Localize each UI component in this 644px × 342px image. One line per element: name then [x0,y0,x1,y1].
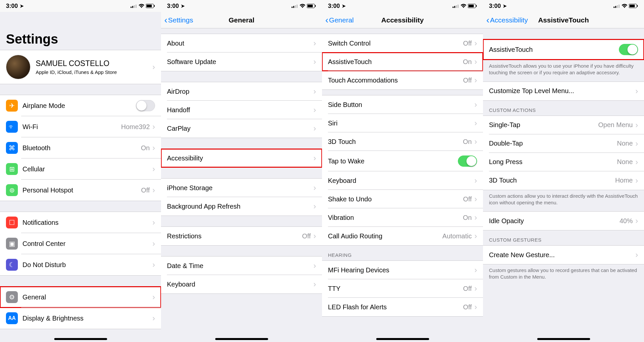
home-indicator[interactable] [54,338,107,340]
row-tty[interactable]: TTYOff› [322,279,483,298]
row-airplane-mode[interactable]: ✈Airplane Mode [0,95,161,116]
row-siri[interactable]: Siri› [322,114,483,132]
row-vibration[interactable]: VibrationOn› [322,208,483,227]
row-control-center[interactable]: ▣Control Center› [0,233,161,254]
status-bar: 3:00➤ [161,0,322,12]
svg-rect-6 [154,5,155,7]
svg-rect-26 [629,5,635,7]
row-value: On [463,138,472,146]
row-date-time[interactable]: Date & Time› [161,256,322,275]
wifi-icon: ᯤ [6,121,18,133]
svg-rect-22 [615,6,616,8]
cellular-icon: ⊞ [6,163,18,175]
toggle[interactable] [619,44,638,55]
row-assistivetouch[interactable]: AssistiveTouch [483,39,644,60]
row-led-flash-for-alerts[interactable]: LED Flash for AlertsOff› [322,298,483,316]
row-switch-control[interactable]: Switch ControlOff› [322,34,483,52]
svg-rect-23 [617,5,618,8]
row-personal-hotspot[interactable]: ⊚Personal HotspotOff› [0,180,161,201]
row-notifications[interactable]: ☐Notifications› [0,212,161,233]
row-value: Open Menu [598,121,633,129]
row-keyboard[interactable]: Keyboard› [161,275,322,293]
svg-rect-13 [315,5,316,7]
row-label: Tap to Wake [328,157,458,165]
chevron-right-icon: › [474,137,477,146]
chevron-right-icon: › [474,119,477,128]
profile-row[interactable]: SAMUEL COSTELLO Apple ID, iCloud, iTunes… [0,50,161,84]
row-idle-opacity[interactable]: Idle Opacity40%› [483,212,644,230]
row-software-update[interactable]: Software Update› [161,52,322,71]
row-double-tap[interactable]: Double-TapNone› [483,134,644,153]
toggle[interactable] [136,100,155,111]
row-label: Wi-Fi [22,123,121,131]
row-keyboard[interactable]: Keyboard› [322,171,483,190]
status-time: 3:00 [167,3,179,10]
row-touch-accommodations[interactable]: Touch AccommodationsOff› [322,71,483,89]
row-label: Single-Tap [489,121,598,129]
row-single-tap[interactable]: Single-TapOpen Menu› [483,116,644,134]
row-restrictions[interactable]: RestrictionsOff› [161,227,322,245]
row-general[interactable]: ⚙General› [0,287,161,308]
row-label: Control Center [22,240,152,248]
chevron-right-icon: › [474,302,477,312]
row-label: Shake to Undo [328,195,463,203]
row-display-brightness[interactable]: AADisplay & Brightness› [0,308,161,329]
row-shake-to-undo[interactable]: Shake to UndoOff› [322,190,483,208]
back-button[interactable]: ‹General [322,16,354,25]
row-label: Vibration [328,214,463,222]
row-bluetooth[interactable]: ⌘BluetoothOn› [0,137,161,158]
row-about[interactable]: About› [161,34,322,52]
profile-sub: Apple ID, iCloud, iTunes & App Store [36,69,152,75]
row-accessibility[interactable]: Accessibility› [161,149,322,167]
row-tap-to-wake[interactable]: Tap to Wake [322,151,483,171]
wifi-icon [300,4,305,8]
bluetooth-icon: ⌘ [6,142,18,154]
svg-rect-3 [136,5,137,8]
location-icon: ➤ [503,3,507,9]
chevron-right-icon: › [474,39,477,48]
row-label: AirDrop [167,88,313,95]
row-mfi-hearing-devices[interactable]: MFi Hearing Devices› [322,261,483,279]
row-background-app-refresh[interactable]: Background App Refresh› [161,197,322,216]
row-carplay[interactable]: CarPlay› [161,119,322,138]
row-handoff[interactable]: Handoff› [161,101,322,119]
row-side-button[interactable]: Side Button› [322,95,483,114]
row-label: Touch Accommodations [328,77,463,84]
home-indicator[interactable] [537,338,590,340]
row-do-not-disturb[interactable]: ☾Do Not Disturb› [0,254,161,275]
home-indicator[interactable] [376,338,429,340]
svg-rect-10 [297,5,298,8]
row-3d-touch[interactable]: 3D TouchOn› [322,132,483,151]
row-value: Automatic [442,232,472,240]
row-value: On [463,214,472,222]
chevron-right-icon: › [313,280,316,289]
chevron-right-icon: › [152,314,155,323]
back-button[interactable]: ‹Accessibility [483,16,528,25]
row-3d-touch[interactable]: 3D TouchHome› [483,171,644,190]
chevron-right-icon: › [152,218,155,227]
row-long-press[interactable]: Long PressNone› [483,153,644,171]
svg-rect-14 [453,7,454,8]
controlcenter-icon: ▣ [6,238,18,250]
status-time: 3:00 [6,3,18,10]
row-call-audio-routing[interactable]: Call Audio RoutingAutomatic› [322,227,483,245]
chevron-right-icon: › [635,139,638,148]
row-cellular[interactable]: ⊞Cellular› [0,158,161,180]
toggle[interactable] [458,155,477,167]
row-assistivetouch[interactable]: AssistiveTouchOn› [322,52,483,71]
notifications-icon: ☐ [6,217,18,228]
row-label: Keyboard [328,177,474,185]
row-label: AssistiveTouch [489,46,619,53]
home-indicator[interactable] [215,338,268,340]
row-create-new-gesture-[interactable]: Create New Gesture...› [483,246,644,264]
row-label: Long Press [489,158,617,166]
row-iphone-storage[interactable]: iPhone Storage› [161,179,322,197]
row-customize-top-level-menu-[interactable]: Customize Top Level Menu...› [483,82,644,100]
wifi-icon [461,4,466,8]
row-wi-fi[interactable]: ᯤWi-FiHome392› [0,116,161,137]
footer-custom-gestures: Custom gestures allow you to record gest… [483,264,644,286]
back-button[interactable]: ‹Settings [161,16,193,25]
battery-icon [629,4,638,8]
row-airdrop[interactable]: AirDrop› [161,82,322,101]
chevron-left-icon: ‹ [164,16,167,25]
